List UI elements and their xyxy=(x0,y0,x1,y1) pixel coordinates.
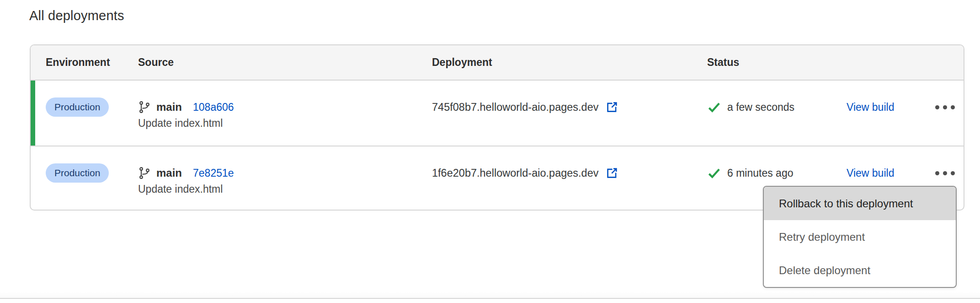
branch-name: main xyxy=(156,101,182,114)
current-deployment-indicator xyxy=(31,81,35,146)
row-actions-menu: Rollback to this deployment Retry deploy… xyxy=(763,186,957,288)
commit-link[interactable]: 7e8251e xyxy=(193,167,234,179)
page-title: All deployments xyxy=(29,8,124,23)
git-branch-icon xyxy=(138,167,151,179)
column-header-environment: Environment xyxy=(46,45,110,80)
view-build-cell: View build xyxy=(847,97,894,117)
environment-badge: Production xyxy=(46,97,109,117)
source-cell: main 108a606 xyxy=(138,97,234,117)
commit-link[interactable]: 108a606 xyxy=(193,101,234,114)
view-build-cell: View build xyxy=(847,163,894,183)
status-time: 6 minutes ago xyxy=(727,167,793,179)
deployment-cell: 1f6e20b7.helloworld-aio.pages.dev xyxy=(432,163,619,183)
environment-cell: Production xyxy=(46,163,109,183)
view-build-link[interactable]: View build xyxy=(847,101,894,114)
bottom-divider xyxy=(0,298,980,299)
ellipsis-icon[interactable] xyxy=(933,101,957,114)
row-actions-cell xyxy=(933,163,980,183)
source-cell: main 7e8251e xyxy=(138,163,234,183)
table-row: Production main 108a606 Update index.htm… xyxy=(31,81,964,146)
git-branch-icon xyxy=(138,101,151,114)
table-header-row: Environment Source Deployment Status xyxy=(31,45,964,81)
deployment-cell: 745f08b7.helloworld-aio.pages.dev xyxy=(432,97,619,117)
status-cell: 6 minutes ago xyxy=(707,163,793,183)
deployment-url: 745f08b7.helloworld-aio.pages.dev xyxy=(432,101,599,114)
footer-fade xyxy=(0,292,980,298)
status-time: a few seconds xyxy=(727,101,794,114)
deployment-url: 1f6e20b7.helloworld-aio.pages.dev xyxy=(432,167,599,179)
view-build-link[interactable]: View build xyxy=(847,167,894,179)
row-actions-cell xyxy=(933,97,980,117)
column-header-source: Source xyxy=(138,45,174,80)
commit-message: Update index.html xyxy=(138,183,223,195)
commit-message: Update index.html xyxy=(138,117,223,130)
menu-item-rollback[interactable]: Rollback to this deployment xyxy=(764,187,956,220)
column-header-deployment: Deployment xyxy=(432,45,492,80)
ellipsis-icon[interactable] xyxy=(933,167,957,180)
branch-name: main xyxy=(156,167,182,179)
status-cell: a few seconds xyxy=(707,97,794,117)
external-link-icon[interactable] xyxy=(605,166,619,180)
external-link-icon[interactable] xyxy=(605,100,619,114)
environment-badge: Production xyxy=(46,163,109,183)
success-check-icon xyxy=(707,100,721,114)
menu-item-delete[interactable]: Delete deployment xyxy=(764,254,956,287)
menu-item-retry[interactable]: Retry deployment xyxy=(764,220,956,254)
environment-cell: Production xyxy=(46,97,109,117)
column-header-status: Status xyxy=(707,45,739,80)
success-check-icon xyxy=(707,166,721,180)
